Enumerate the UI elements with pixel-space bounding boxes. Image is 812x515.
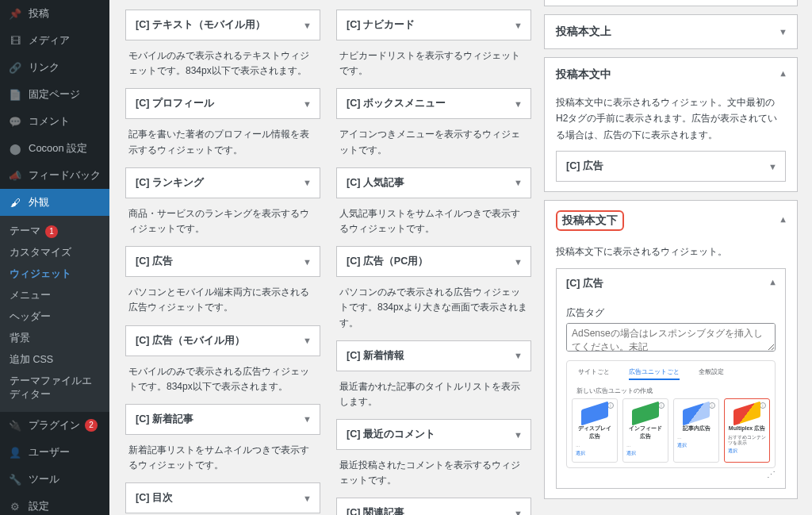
nav-settings[interactable]: ⚙設定 (0, 493, 109, 515)
chevron-down-icon: ▼ (303, 21, 312, 30)
widget-title: [C] 広告（モバイル用） (136, 335, 245, 346)
nav-label: プラグイン (29, 418, 80, 432)
available-widget[interactable]: [C] ボックスメニュー▼ (336, 88, 531, 119)
chevron-down-icon: ▼ (303, 257, 312, 267)
zone-post-top-full: 投稿本文上 ▼ (544, 14, 798, 49)
wrench-icon: 🔧 (8, 474, 22, 486)
nav-label: 設定 (29, 499, 49, 513)
sub-menus[interactable]: メニュー (0, 285, 109, 306)
resize-handle-icon[interactable]: ⋰ (566, 470, 776, 480)
available-widget[interactable]: [C] テキスト（モバイル用）▼ (125, 10, 320, 40)
widget-title: [C] 広告 (566, 278, 603, 289)
chevron-down-icon: ▼ (303, 178, 312, 187)
zone-toggle[interactable]: 投稿本文上 ▼ (545, 15, 797, 48)
zone-toggle[interactable]: 投稿本文下 ▼ (545, 201, 797, 240)
nav-plugins[interactable]: 🔌プラグイン2 (0, 412, 109, 439)
available-widget[interactable]: [C] 新着情報▼ (336, 340, 531, 371)
ad-card-select[interactable]: 選択 (576, 450, 614, 457)
chevron-down-icon: ▼ (514, 257, 523, 267)
chevron-down-icon: ▼ (514, 21, 523, 30)
adtag-textarea[interactable] (566, 323, 776, 352)
adsense-card[interactable]: iディスプレイ広告…選択 (572, 398, 618, 463)
sub-widgets[interactable]: ウィジェット (0, 263, 109, 285)
nav-comments[interactable]: 💬コメント (0, 108, 109, 135)
ad-card-select[interactable]: 選択 (677, 442, 715, 449)
nav-posts[interactable]: 📌投稿 (0, 0, 109, 27)
megaphone-icon: 📣 (8, 170, 22, 182)
zone-post-mid: 投稿本文中 ▼ 投稿本文中に表示されるウィジェット。文中最初のH2タグの手前に表… (544, 57, 798, 192)
widget-description: 商品・サービスのランキングを表示するウィジェットです。 (125, 198, 320, 236)
nav-label: ツール (29, 472, 59, 486)
zone-description: 投稿本文中に表示されるウィジェット。文中最初のH2タグの手前に表示されます。広告… (556, 94, 786, 143)
nav-media[interactable]: 🎞メディア (0, 27, 109, 54)
widget-description: モバイルのみで表示されるテキストウィジェットです。834px以下で表示されます。 (125, 40, 320, 79)
nav-tools[interactable]: 🔧ツール (0, 466, 109, 493)
adsense-card[interactable]: iMultiplex 広告おすすめコンテンツを表示選択 (724, 398, 770, 463)
available-widget[interactable]: [C] 広告（モバイル用）▼ (125, 325, 320, 356)
nav-appearance[interactable]: 🖌外観 (0, 189, 109, 216)
sub-customize[interactable]: カスタマイズ (0, 242, 109, 263)
widget-item-ad: [C] 広告 ▼ (556, 151, 786, 182)
widget-toggle[interactable]: [C] 広告 ▼ (557, 269, 785, 298)
available-widget[interactable]: [C] 関連記事▼ (336, 498, 531, 515)
nav-links[interactable]: 🔗リンク (0, 54, 109, 81)
nav-cocoon[interactable]: ⬤Cocoon 設定 (0, 135, 109, 162)
info-icon: i (709, 402, 715, 409)
widget-title: [C] ボックスメニュー (347, 98, 446, 109)
nav-pages[interactable]: 📄固定ページ (0, 81, 109, 108)
available-widget[interactable]: [C] 人気記事▼ (336, 167, 531, 198)
field-label-adtag: 広告タグ (566, 306, 776, 320)
nav-label: ユーザー (29, 445, 70, 459)
available-widget[interactable]: [C] 新着記事▼ (125, 404, 320, 435)
dot-icon: ⬤ (8, 143, 22, 155)
adsense-card[interactable]: i記事内広告…選択 (673, 398, 719, 463)
info-icon: i (607, 402, 614, 409)
widget-title: [C] 人気記事 (347, 177, 404, 188)
available-widget[interactable]: [C] 目次▼ (125, 482, 320, 513)
available-widget[interactable]: [C] ナビカード▼ (336, 10, 531, 40)
available-widget[interactable]: [C] 広告（PC用）▼ (336, 246, 531, 277)
ad-card-title: ディスプレイ広告 (576, 425, 614, 440)
sub-header[interactable]: ヘッダー (0, 306, 109, 328)
ad-tab-unit[interactable]: 広告ユニットごと (629, 367, 680, 380)
zone-title: 投稿本文下 (556, 210, 624, 231)
available-widget[interactable]: [C] 最近のコメント▼ (336, 419, 531, 450)
zone-post-bottom: 投稿本文下 ▼ 投稿本文下に表示されるウィジェット。 [C] 広告 ▼ 広告タグ (544, 200, 798, 499)
sidebar-widget-areas: 投稿本文上 ▼ 投稿本文中 ▼ 投稿本文中に表示されるウィジェット。文中最初のH… (544, 0, 812, 515)
widget-description: アイコンつきメニューを表示するウィジェットです。 (336, 119, 531, 157)
widget-description: 最近投稿されたコメントを表示するウィジェットです。 (336, 450, 531, 488)
sub-background[interactable]: 背景 (0, 328, 109, 349)
widget-title: [C] 広告 (566, 160, 603, 171)
comment-icon: 💬 (8, 116, 22, 128)
plug-icon: 🔌 (8, 420, 22, 432)
admin-sidebar: 📌投稿 🎞メディア 🔗リンク 📄固定ページ 💬コメント ⬤Cocoon 設定 📣… (0, 0, 109, 515)
ad-card-select[interactable]: 選択 (728, 448, 766, 455)
sub-css[interactable]: 追加 CSS (0, 349, 109, 371)
widget-title: [C] 関連記事 (347, 507, 404, 515)
nav-label: 固定ページ (29, 87, 80, 102)
link-icon: 🔗 (8, 62, 22, 74)
chevron-down-icon: ▼ (303, 414, 312, 424)
available-widget[interactable]: [C] ランキング▼ (125, 167, 320, 198)
nav-label: メディア (29, 33, 70, 48)
nav-users[interactable]: 👤ユーザー (0, 439, 109, 466)
sub-themes[interactable]: テーマ1 (0, 221, 109, 242)
widget-title: [C] 広告（PC用） (347, 256, 428, 267)
ad-card-note: … (626, 443, 665, 448)
widget-description: 最近書かれた記事のタイトルリストを表示します。 (336, 371, 531, 409)
available-widget[interactable]: [C] 広告▼ (125, 246, 320, 277)
nav-feedback[interactable]: 📣フィードバック (0, 162, 109, 189)
available-widget[interactable]: [C] プロフィール▼ (125, 88, 320, 119)
adsense-card[interactable]: iインフィード広告…選択 (622, 398, 668, 463)
media-icon: 🎞 (8, 35, 22, 47)
zone-toggle[interactable] (545, 0, 797, 6)
widget-title: [C] 新着記事 (136, 413, 193, 425)
zone-description: 投稿本文下に表示されるウィジェット。 (556, 244, 786, 259)
zone-toggle[interactable]: 投稿本文中 ▼ (545, 58, 797, 91)
widget-toggle[interactable]: [C] 広告 ▼ (557, 152, 785, 181)
available-widgets: [C] テキスト（モバイル用）▼モバイルのみで表示されるテキストウィジェットです… (109, 0, 544, 515)
ad-tab-site[interactable]: サイトごと (578, 367, 610, 380)
ad-tab-general[interactable]: 全般設定 (699, 367, 724, 380)
ad-card-select[interactable]: 選択 (626, 450, 665, 457)
sub-theme-editor[interactable]: テーマファイルエディター (0, 371, 109, 405)
